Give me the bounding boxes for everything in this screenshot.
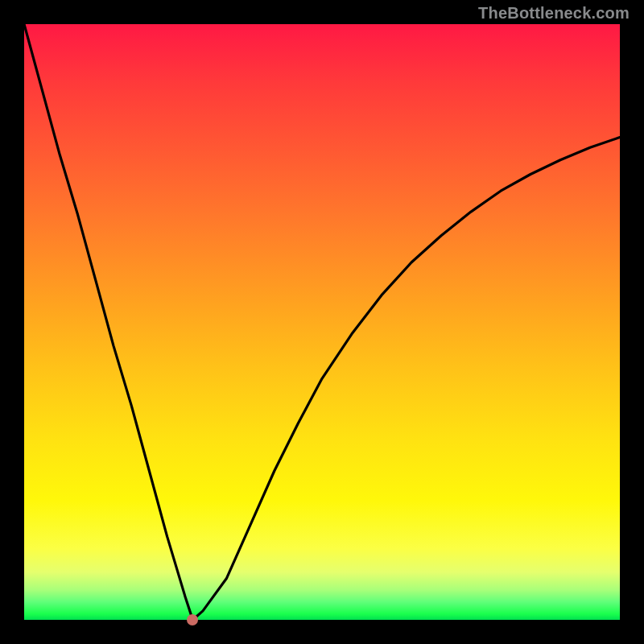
- attribution-label: TheBottleneck.com: [478, 4, 630, 23]
- chart-frame: TheBottleneck.com: [0, 0, 644, 644]
- optimal-point-marker: [187, 614, 198, 625]
- plot-area: [24, 24, 620, 620]
- curve-svg: [24, 24, 620, 620]
- bottleneck-curve: [24, 24, 620, 620]
